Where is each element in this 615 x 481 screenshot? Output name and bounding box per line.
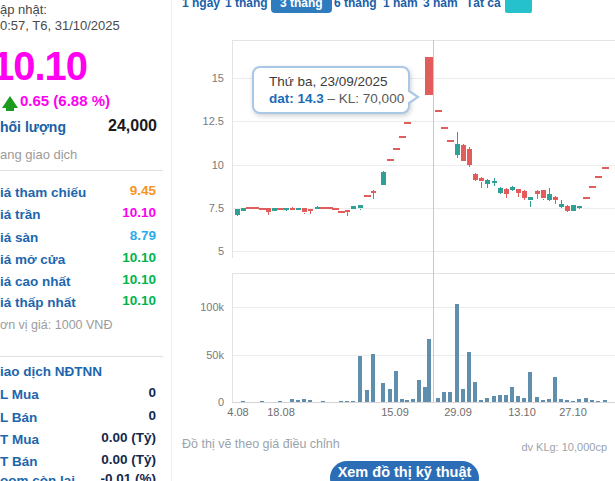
volume-plot-top-border: [232, 273, 615, 274]
candle-wick: [549, 188, 550, 194]
candle: [387, 159, 394, 161]
price-axis-label: 5: [190, 245, 224, 257]
candle: [259, 208, 266, 210]
candle-wick: [360, 205, 361, 206]
tooltip-price-label: dat:: [269, 91, 294, 106]
price-volume-chart[interactable]: 1512.5107.55100k50k04.0818.0815.0929.091…: [0, 0, 615, 481]
candle-wick: [360, 209, 361, 210]
volume-bar: [498, 395, 502, 402]
price-plot-left-border: [232, 40, 233, 258]
volume-bar: [278, 401, 282, 402]
candle-wick: [463, 144, 464, 145]
volume-bar: [473, 382, 477, 402]
candle-wick: [292, 207, 293, 208]
x-axis-label: 4.08: [227, 406, 248, 418]
candle: [541, 190, 546, 198]
candle: [252, 207, 259, 209]
volume-axis-label: 100k: [190, 301, 224, 313]
candle-wick: [373, 190, 374, 191]
x-axis-label: 13.10: [508, 406, 536, 418]
volume-bar: [485, 398, 489, 402]
volume-bar: [559, 399, 563, 402]
candle-wick: [268, 212, 269, 215]
x-axis-line: [232, 402, 615, 403]
candle: [583, 197, 590, 199]
candle: [441, 127, 448, 129]
candle: [467, 149, 472, 165]
volume-bar: [504, 395, 508, 402]
volume-bar: [535, 397, 539, 402]
chart-tooltip: Thứ ba, 23/09/2025 dat: 14.3 – KL: 70,00…: [252, 66, 410, 114]
candle-wick: [567, 205, 568, 206]
candle-wick: [457, 132, 458, 144]
candle-wick: [573, 205, 574, 206]
volume-gridline: [233, 307, 615, 308]
candle: [332, 208, 339, 210]
volume-bar: [510, 387, 514, 402]
volume-bar: [351, 401, 355, 402]
candle-wick: [237, 209, 238, 210]
price-axis-label: 15: [190, 72, 224, 84]
candle-wick: [512, 186, 513, 187]
volume-bar: [467, 352, 471, 402]
price-gridline: [233, 165, 615, 166]
tooltip-arrow-icon: [407, 91, 416, 103]
candle-wick: [310, 210, 311, 214]
candle: [302, 208, 307, 212]
crosshair-line: [433, 40, 434, 402]
volume-bar: [584, 398, 588, 402]
candle: [479, 178, 484, 181]
candle-wick: [512, 190, 513, 191]
price-gridline: [233, 251, 615, 252]
volume-bar: [448, 392, 452, 402]
candle-wick: [286, 210, 287, 211]
candle-wick: [347, 212, 348, 216]
candle-wick: [537, 190, 538, 191]
candle: [364, 195, 371, 197]
volume-bar: [241, 401, 245, 402]
candle-wick: [518, 193, 519, 197]
volume-bar: [345, 401, 349, 402]
candle-wick: [304, 213, 305, 214]
tooltip-date: Thứ ba, 23/09/2025: [269, 74, 408, 89]
volume-bar: [492, 396, 496, 402]
candle-wick: [487, 179, 488, 180]
price-gridline: [233, 121, 615, 122]
candle-wick: [481, 177, 482, 178]
candle-wick: [537, 194, 538, 199]
volume-bar: [571, 401, 575, 402]
volume-bar: [290, 399, 294, 402]
volume-bar: [394, 371, 398, 402]
volume-bar: [388, 389, 392, 402]
x-axis-label: 15.09: [381, 406, 409, 418]
volume-bar: [308, 400, 312, 402]
volume-bar: [296, 400, 300, 402]
volume-bar: [436, 398, 440, 402]
candle: [290, 208, 295, 210]
volume-bar: [455, 304, 459, 402]
candle-wick: [500, 187, 501, 188]
candle-wick: [543, 199, 544, 200]
candle: [461, 145, 466, 161]
volume-bar: [381, 383, 385, 402]
volume-bar: [541, 400, 545, 402]
candle-wick: [494, 183, 495, 186]
volume-bar: [371, 354, 375, 402]
volume-bar: [528, 372, 532, 402]
volume-bar: [442, 392, 446, 402]
candle: [522, 191, 527, 198]
volume-bar: [417, 380, 421, 402]
candle-wick: [475, 180, 476, 181]
candle: [602, 167, 609, 169]
volume-bar: [577, 399, 581, 402]
candle-wick: [383, 184, 384, 185]
candle-wick: [494, 178, 495, 181]
candle: [447, 140, 454, 142]
candle-wick: [555, 196, 556, 197]
volume-bar: [365, 390, 369, 402]
price-axis-label: 7.5: [190, 202, 224, 214]
tooltip-price-value: 14.3: [298, 91, 324, 106]
view-technical-chart-button[interactable]: Xem đồ thị kỹ thuật: [330, 461, 479, 481]
volume-bar: [427, 339, 431, 402]
price-axis-label: 12.5: [190, 115, 224, 127]
